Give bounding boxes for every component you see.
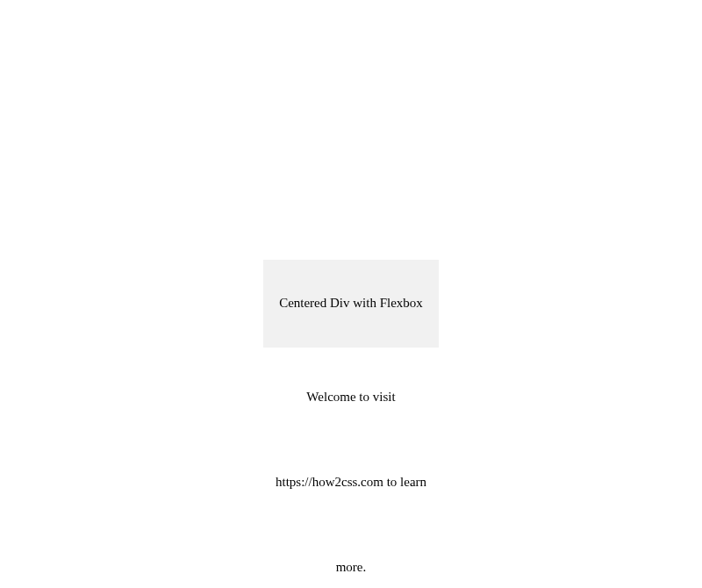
centered-box: Centered Div with Flexbox — [263, 260, 439, 348]
centered-box-text: Centered Div with Flexbox — [279, 296, 423, 311]
url-text: https://how2css.com to learn — [276, 475, 426, 490]
more-text: more. — [336, 560, 367, 575]
welcome-text: Welcome to visit — [306, 390, 395, 405]
